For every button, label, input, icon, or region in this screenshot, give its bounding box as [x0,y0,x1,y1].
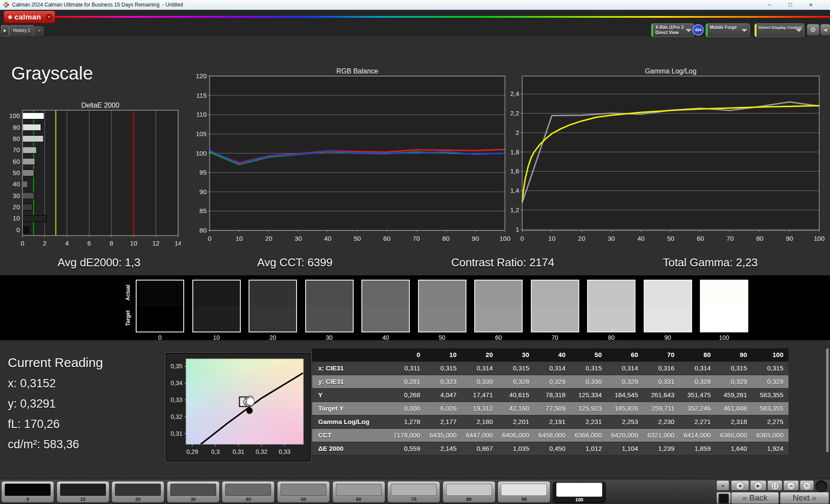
table-cell: 6366,000 [571,429,607,442]
pattern-button-80[interactable]: 80 [443,481,495,503]
svg-text:115: 115 [196,92,207,99]
collapse-panel-button[interactable]: ◀ [820,24,830,36]
measure-continuous-button[interactable]: ∞ [783,480,799,491]
pattern-button-30[interactable]: 30 [167,481,220,503]
svg-text:0,29: 0,29 [186,448,198,455]
swatch-column-0: 0 [136,280,184,341]
table-cell: 42,160 [498,402,534,415]
pattern-button-60[interactable]: 60 [332,481,385,503]
measure-once-button[interactable]: [·] [767,480,782,491]
reading-cdm2: cd/m²: 583,36 [8,438,79,451]
table-cell: 4,047 [425,389,462,402]
pattern-button-0[interactable]: 0 [1,481,54,503]
table-cell: 77,509 [534,402,571,415]
play-button[interactable]: ▶ [750,480,766,491]
table-cell: 184,545 [607,389,643,402]
table-cell: 1,640 [716,442,752,455]
calman-menu-button[interactable]: ❖ calman ▾ [3,11,55,23]
app-icon [3,2,9,8]
stop-button[interactable]: ■ [731,480,749,491]
pattern-button-100[interactable]: 100 [553,481,606,503]
table-cell: 0,331 [643,375,680,388]
table-scrollbar[interactable] [826,348,829,452]
back-button[interactable]: « Back [731,492,779,504]
meter-count-badge[interactable]: 424 [693,24,704,35]
pattern-button-70[interactable]: 70 [387,481,440,503]
pattern-label: 100 [553,497,605,502]
results-table: 0102030405060708090100x: CIE310,3110,315… [312,348,788,456]
svg-text:80: 80 [442,235,450,242]
pattern-button-50[interactable]: 50 [277,481,330,503]
table-cell: 2,318 [716,415,752,428]
next-button[interactable]: Next » [780,492,829,504]
chevrons-right-icon: » [812,493,817,502]
table-cell: 0,315 [752,362,788,375]
target-swatch [475,306,522,332]
meter-mode: Direct View [655,30,679,35]
table-cell: 0,314 [680,362,716,375]
maximize-button[interactable]: □ [784,0,797,10]
stop-icon: ■ [736,482,744,490]
pattern-button-10[interactable]: 10 [57,481,109,503]
table-row: Y0,2684,04717,47140,61578,318125,334184,… [312,389,788,402]
pattern-button-20[interactable]: 20 [112,481,164,503]
svg-text:110: 110 [196,111,207,118]
svg-text:0,3: 0,3 [211,448,220,455]
pattern-up-button[interactable]: ▲ [716,480,729,491]
swatch-level-label: 0 [136,334,184,341]
target-swatch [249,306,296,332]
pattern-label: 0 [2,497,54,502]
pattern-button-40[interactable]: 40 [222,481,275,503]
pattern-swatch [556,483,602,497]
svg-text:12: 12 [152,239,160,247]
table-cell: 2,230 [643,415,680,428]
table-cell: 0,329 [607,375,643,388]
source-selector[interactable]: Mobile Forge [706,23,750,37]
table-cell: 0,314 [462,362,498,375]
column-header-0: 0 [389,348,425,361]
actual-swatch [193,281,240,306]
table-cell: 1,012 [571,442,607,455]
pattern-label: 60 [333,497,385,502]
gamma-chart: Gamma Log/Log11,21,41,61,822,22,40102030… [508,67,828,246]
table-cell: 6458,000 [534,429,571,442]
svg-text:20: 20 [265,235,272,242]
pattern-label: 40 [222,497,274,502]
chevron-down-icon [686,29,692,32]
table-cell: 2,271 [680,415,716,428]
meter-selector[interactable]: X-Rite i1Pro 3 Direct View [651,23,694,37]
table-corner-cell [312,348,389,361]
chevron-left-icon: ◀ [824,28,827,32]
swatch-column-100: 100 [700,280,748,341]
swatch-patch [587,280,635,332]
column-header-30: 30 [498,348,534,361]
tab-history-1[interactable]: History 1 [9,25,34,36]
svg-text:1,4: 1,4 [510,187,519,194]
table-cell: 2,191 [534,415,571,428]
swatch-patch [305,280,354,332]
actual-row-label: Actual [125,280,131,306]
swatch-level-label: 80 [587,334,635,341]
table-cell: 1,104 [607,442,643,455]
pattern-window-button[interactable] [716,492,731,504]
svg-text:8: 8 [110,239,113,247]
close-button[interactable]: × [803,0,819,10]
tab-scroll-button[interactable]: ▶ [1,25,9,36]
pattern-swatch [281,484,326,496]
svg-text:90: 90 [472,235,479,242]
display-control-selector[interactable]: Direct Display Control [754,23,804,37]
svg-text:95: 95 [199,169,207,176]
add-tab-button[interactable]: + [35,26,44,35]
actual-swatch [362,281,409,306]
svg-text:10: 10 [548,235,555,242]
column-header-50: 50 [571,348,607,361]
refresh-button[interactable]: ↻ [800,480,814,491]
table-cell: 0,323 [425,375,462,388]
swatch-level-label: 40 [361,334,410,341]
settings-gear-button[interactable]: ⚙ [807,24,820,36]
svg-text:70: 70 [413,235,420,242]
svg-text:DeltaE 2000: DeltaE 2000 [81,102,119,109]
minimize-button[interactable]: – [763,0,776,10]
cie-chart: 0,310,320,330,340,350,290,30,310,320,33 [166,353,311,462]
pattern-button-90[interactable]: 90 [498,481,550,503]
